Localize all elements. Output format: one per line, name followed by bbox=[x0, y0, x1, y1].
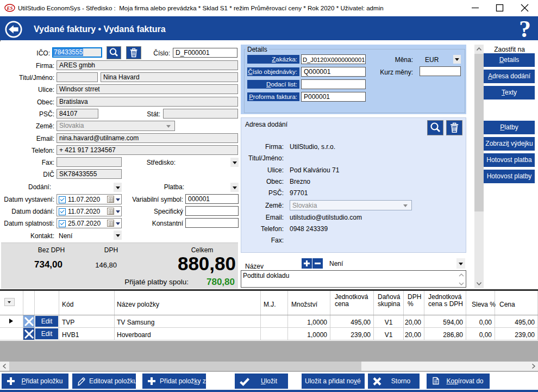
svg-text:ES: ES bbox=[6, 5, 12, 11]
